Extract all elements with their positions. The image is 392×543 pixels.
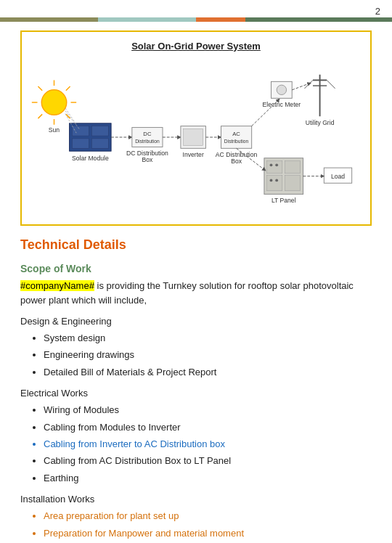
svg-text:DC Distribution: DC Distribution bbox=[126, 150, 168, 157]
svg-text:DC: DC bbox=[143, 131, 152, 137]
svg-rect-49 bbox=[285, 161, 301, 173]
svg-point-53 bbox=[270, 179, 273, 182]
list-item: Preparation for Manpower and material mo… bbox=[44, 525, 372, 542]
list-item: Cabling from AC Distribution Box to LT P… bbox=[44, 452, 372, 469]
electrical-heading: Electrical Works bbox=[20, 388, 372, 399]
svg-line-5 bbox=[38, 86, 42, 91]
design-heading: Design & Engineering bbox=[20, 316, 372, 327]
installation-heading: Installation Works bbox=[20, 494, 372, 505]
svg-text:Load: Load bbox=[331, 173, 345, 180]
svg-rect-12 bbox=[91, 126, 108, 136]
list-item: System design bbox=[44, 330, 372, 346]
svg-text:Inverter: Inverter bbox=[183, 151, 204, 158]
diagram-container: Solar On-Grid Power System Sun S bbox=[20, 30, 372, 226]
svg-line-45 bbox=[292, 83, 311, 90]
svg-rect-50 bbox=[285, 176, 301, 191]
content-area: Technical Details Scope of Work #company… bbox=[0, 237, 392, 543]
top-bar-segment-1 bbox=[0, 17, 98, 22]
list-item: Detailed Bill of Materials & Project Rep… bbox=[44, 364, 372, 380]
list-item: Area preparation for plant set up bbox=[44, 507, 372, 524]
svg-text:Sun: Sun bbox=[49, 126, 60, 134]
svg-text:Distribution: Distribution bbox=[135, 139, 160, 144]
svg-line-43 bbox=[327, 80, 335, 89]
svg-rect-13 bbox=[72, 139, 89, 148]
top-bar-segment-2 bbox=[98, 17, 196, 22]
svg-line-7 bbox=[38, 114, 42, 118]
page-number: 2 bbox=[375, 6, 380, 17]
svg-text:Box: Box bbox=[231, 158, 242, 165]
company-name-highlight: #companyName# bbox=[20, 280, 94, 291]
installation-list: Area preparation for plant set up Prepar… bbox=[20, 507, 372, 543]
svg-text:Solar Module: Solar Module bbox=[72, 155, 109, 162]
svg-text:LT Panel: LT Panel bbox=[271, 197, 296, 204]
intro-paragraph: #companyName# is providing the Turnkey s… bbox=[20, 279, 372, 307]
svg-rect-27 bbox=[184, 129, 203, 146]
top-bar-segment-4 bbox=[245, 17, 393, 22]
top-bar bbox=[0, 17, 392, 22]
svg-text:AC: AC bbox=[232, 131, 240, 137]
top-bar-segment-3 bbox=[196, 17, 245, 22]
svg-rect-48 bbox=[267, 176, 282, 191]
svg-rect-14 bbox=[91, 139, 108, 148]
svg-point-54 bbox=[275, 179, 278, 182]
main-title: Technical Details bbox=[20, 237, 372, 253]
svg-point-51 bbox=[270, 163, 273, 166]
svg-text:Distribution: Distribution bbox=[224, 139, 249, 144]
svg-rect-47 bbox=[267, 161, 282, 173]
svg-line-42 bbox=[305, 80, 314, 89]
svg-text:Utility Grid: Utility Grid bbox=[306, 119, 335, 126]
svg-point-0 bbox=[41, 90, 67, 115]
svg-text:AC Distribution: AC Distribution bbox=[216, 151, 258, 158]
svg-point-37 bbox=[277, 85, 286, 94]
svg-point-52 bbox=[275, 163, 278, 166]
design-list: System design Engineering drawings Detai… bbox=[20, 330, 372, 380]
diagram-title: Solar On-Grid Power System bbox=[29, 41, 363, 52]
svg-rect-11 bbox=[72, 126, 89, 136]
diagram-svg: Sun Solar Module DC Distribution DC Dist… bbox=[29, 57, 363, 217]
list-item: Earthing bbox=[44, 470, 372, 486]
list-item: Cabling from Inverter to AC Distribution… bbox=[44, 436, 372, 452]
svg-text:Electric Meter: Electric Meter bbox=[263, 101, 301, 108]
svg-line-15 bbox=[65, 108, 76, 125]
electrical-list: Wiring of Modules Cabling from Modules t… bbox=[20, 401, 372, 486]
list-item: Engineering drawings bbox=[44, 346, 372, 363]
svg-text:Box: Box bbox=[142, 156, 153, 163]
list-item: Wiring of Modules bbox=[44, 401, 372, 418]
list-item: Cabling from Modules to Inverter bbox=[44, 419, 372, 436]
svg-line-8 bbox=[66, 86, 70, 91]
scope-heading: Scope of Work bbox=[20, 263, 372, 274]
